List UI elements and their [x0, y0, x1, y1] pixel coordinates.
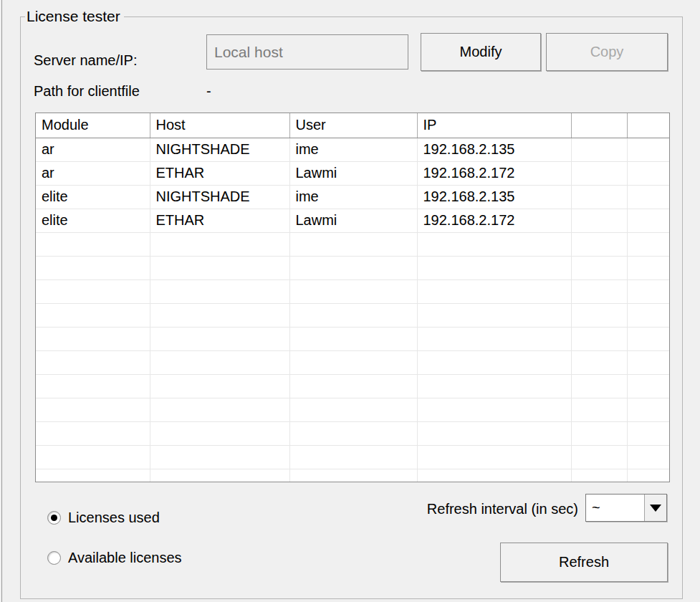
table-header-row: Module Host User IP	[36, 113, 670, 138]
table-row-empty	[36, 232, 670, 256]
window-left-edge	[1, 0, 2, 602]
cell-module: ar	[36, 138, 150, 161]
cell-ip: 192.168.2.135	[417, 185, 571, 209]
cell-empty	[571, 138, 627, 161]
cell-empty	[627, 209, 670, 232]
licenses-used-label: Licenses used	[68, 508, 160, 527]
table-row-empty	[36, 374, 670, 398]
cell-module: elite	[36, 209, 150, 232]
radio-selected-icon	[47, 511, 61, 525]
cell-empty	[627, 185, 670, 209]
cell-empty	[571, 209, 627, 232]
available-licenses-label: Available licenses	[68, 548, 182, 567]
cell-host: ETHAR	[150, 161, 289, 185]
cell-ip: 192.168.2.172	[417, 161, 571, 185]
table-row-empty	[36, 350, 670, 374]
cell-host: NIGHTSHADE	[150, 138, 289, 161]
table-row-empty	[36, 280, 670, 303]
server-name-label: Server name/IP:	[34, 51, 138, 70]
copy-button[interactable]: Copy	[546, 33, 668, 71]
group-title: License tester	[25, 6, 124, 26]
refresh-interval-label: Refresh interval (in sec)	[427, 500, 578, 518]
cell-ip: 192.168.2.135	[417, 138, 571, 161]
cell-empty	[627, 138, 670, 161]
table-row[interactable]: ar NIGHTSHADE ime 192.168.2.135	[36, 138, 670, 161]
refresh-interval-value: ~	[592, 498, 600, 517]
column-header-empty-2[interactable]	[627, 113, 670, 138]
column-header-module[interactable]: Module	[36, 113, 150, 138]
table-row-empty	[36, 256, 670, 280]
available-licenses-radio[interactable]: Available licenses	[47, 548, 182, 567]
table-row-empty	[36, 303, 670, 327]
cell-user: ime	[289, 138, 417, 161]
refresh-button[interactable]: Refresh	[500, 543, 668, 582]
licenses-used-radio[interactable]: Licenses used	[47, 508, 160, 527]
cell-empty	[627, 161, 670, 185]
cell-module: ar	[36, 161, 150, 185]
table-row-empty	[36, 445, 670, 469]
chevron-down-icon	[650, 505, 661, 512]
column-header-empty-1[interactable]	[571, 113, 627, 138]
column-header-ip[interactable]: IP	[417, 113, 571, 138]
cell-host: NIGHTSHADE	[150, 185, 289, 209]
server-name-input[interactable]	[206, 34, 408, 70]
combobox-dropdown-button[interactable]	[644, 494, 666, 521]
cell-user: Lawmi	[289, 161, 417, 185]
client-path-label: Path for clientfile	[34, 82, 140, 100]
table-row-empty	[36, 327, 670, 350]
table-row[interactable]: ar ETHAR Lawmi 192.168.2.172	[36, 161, 670, 185]
cell-user: ime	[289, 185, 417, 209]
cell-module: elite	[36, 185, 150, 209]
column-header-user[interactable]: User	[289, 113, 417, 138]
cell-empty	[571, 161, 627, 185]
table-row[interactable]: elite NIGHTSHADE ime 192.168.2.135	[36, 185, 670, 209]
cell-user: Lawmi	[289, 209, 417, 232]
table-row-empty	[36, 469, 670, 482]
cell-host: ETHAR	[150, 209, 289, 232]
table-row-empty	[36, 421, 670, 445]
license-table: Module Host User IP ar NIGHTSHADE ime 19…	[35, 113, 670, 482]
cell-ip: 192.168.2.172	[417, 209, 571, 232]
modify-button[interactable]: Modify	[421, 33, 541, 71]
table-row-empty	[36, 398, 670, 421]
refresh-interval-combobox[interactable]: ~	[585, 494, 667, 522]
table-row[interactable]: elite ETHAR Lawmi 192.168.2.172	[36, 209, 670, 232]
client-path-value: -	[206, 82, 211, 100]
radio-unselected-icon	[47, 551, 61, 565]
license-tester-group: License tester Server name/IP: Modify Co…	[20, 16, 683, 599]
cell-empty	[571, 185, 627, 209]
column-header-host[interactable]: Host	[150, 113, 289, 138]
